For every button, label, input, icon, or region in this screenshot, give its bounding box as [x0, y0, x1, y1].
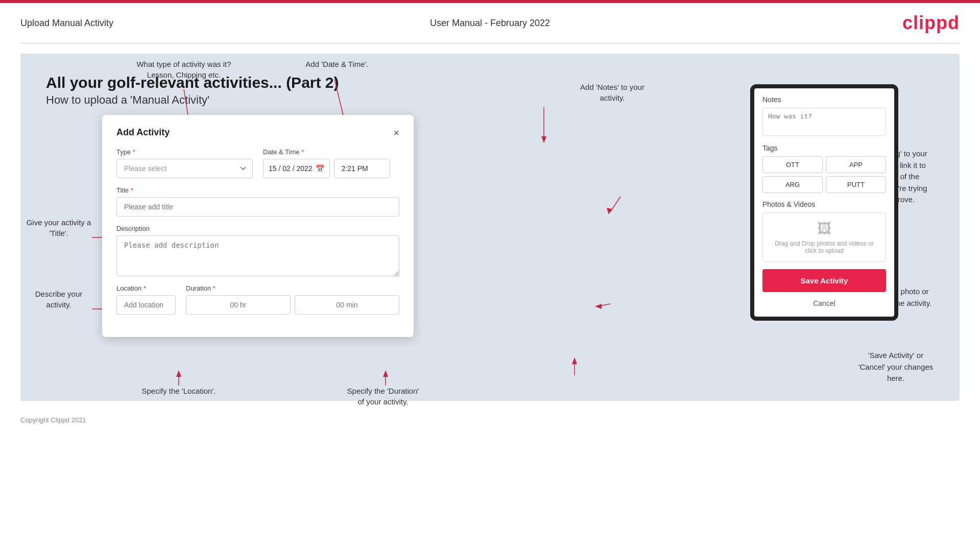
annotation-date-time: Add 'Date & Time'. [291, 59, 383, 69]
calendar-icon[interactable]: 📅 [316, 164, 324, 173]
form-group-duration: Duration * [186, 284, 399, 315]
tag-putt[interactable]: PUTT [826, 176, 886, 193]
svg-marker-17 [595, 304, 602, 309]
svg-line-14 [610, 197, 620, 212]
footer: Copyright Clippd 2021 [0, 411, 980, 429]
form-row-description: Description [116, 225, 399, 276]
photo-drop-text: Drag and Drop photos and videos or click… [770, 240, 878, 254]
modal-header: Add Activity × [116, 127, 399, 138]
tag-ott[interactable]: OTT [762, 156, 823, 173]
header: Upload Manual Activity User Manual - Feb… [0, 3, 980, 43]
tag-app[interactable]: APP [826, 156, 886, 173]
notes-section-label: Notes [762, 95, 886, 104]
svg-line-16 [597, 304, 610, 306]
title-label: Title * [116, 186, 399, 194]
description-textarea[interactable] [116, 235, 399, 276]
logo: clippd [902, 12, 960, 34]
type-label: Type * [116, 148, 253, 156]
duration-label: Duration * [186, 284, 399, 292]
tags-label: Tags [762, 144, 886, 152]
svg-marker-15 [607, 208, 612, 214]
annotation-location: Specify the 'Location'. [128, 386, 230, 396]
svg-marker-13 [541, 136, 546, 143]
annotation-describe: Describe youractivity. [23, 289, 94, 310]
photo-icon: 🖼 [817, 220, 831, 237]
description-label: Description [116, 225, 399, 232]
form-group-type: Type * Please select [116, 148, 253, 178]
form-group-datetime: Date & Time * 15 / 02 / 2022 📅 2:21 PM [263, 148, 399, 178]
form-row-type-datetime: Type * Please select Date & Time * 15 / … [116, 148, 399, 178]
datetime-label: Date & Time * [263, 148, 399, 156]
main-content: All your golf-relevant activities... (Pa… [20, 54, 960, 401]
title-input[interactable] [116, 197, 399, 217]
time-value: 2:21 PM [342, 164, 368, 173]
tag-arg[interactable]: ARG [762, 176, 823, 193]
modal-close-button[interactable]: × [393, 128, 399, 138]
footer-text: Copyright Clippd 2021 [20, 416, 86, 424]
form-group-description: Description [116, 225, 399, 276]
modal-title: Add Activity [116, 127, 170, 138]
annotation-notes: Add 'Notes' to youractivity. [566, 82, 658, 103]
location-input[interactable] [116, 295, 176, 315]
page-label: Upload Manual Activity [20, 18, 113, 29]
header-divider [20, 43, 960, 43]
save-activity-button[interactable]: Save Activity [762, 269, 886, 292]
notes-textarea[interactable] [762, 108, 886, 136]
photo-drop-zone[interactable]: 🖼 Drag and Drop photos and videos or cli… [762, 212, 886, 262]
photos-label: Photos & Videos [762, 200, 886, 208]
form-group-location: Location * [116, 284, 176, 315]
annotation-activity-type: What type of activity was it?Lesson, Chi… [128, 59, 240, 80]
time-input[interactable]: 2:21 PM [334, 159, 390, 178]
svg-marker-19 [572, 357, 577, 364]
duration-hr-input[interactable] [186, 295, 291, 315]
date-input[interactable]: 15 / 02 / 2022 📅 [263, 159, 330, 178]
add-activity-modal: Add Activity × Type * Please select Date… [102, 115, 414, 337]
cancel-link[interactable]: Cancel [762, 297, 886, 309]
tags-grid: OTT APP ARG PUTT [762, 156, 886, 193]
svg-marker-9 [176, 370, 181, 377]
type-select[interactable]: Please select [116, 159, 253, 178]
duration-min-input[interactable] [295, 295, 399, 315]
form-group-title: Title * [116, 186, 399, 217]
date-value: 15 / 02 / 2022 [269, 164, 313, 173]
phone-panel: Notes Tags OTT APP ARG PUTT Photos & Vid… [750, 84, 898, 321]
date-time-group: 15 / 02 / 2022 📅 2:21 PM [263, 159, 399, 178]
manual-label: User Manual - February 2022 [430, 18, 550, 29]
annotation-title: Give your activity a'Title'. [23, 217, 94, 238]
form-row-title: Title * [116, 186, 399, 217]
location-label: Location * [116, 284, 176, 292]
annotation-save: 'Save Activity' or'Cancel' your changesh… [837, 350, 954, 385]
annotation-duration: Specify the 'Duration'of your activity. [327, 386, 439, 407]
svg-marker-11 [383, 370, 388, 377]
form-row-location-duration: Location * Duration * [116, 284, 399, 315]
duration-group [186, 295, 399, 315]
